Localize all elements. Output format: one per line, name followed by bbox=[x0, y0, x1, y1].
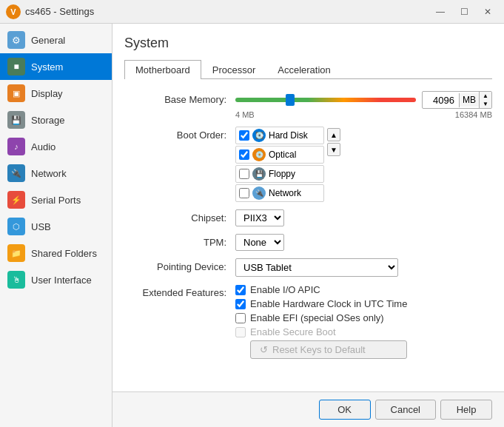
boot-label-harddisk: Hard Disk bbox=[269, 130, 320, 141]
cancel-button[interactable]: Cancel bbox=[375, 400, 436, 420]
tab-processor[interactable]: Processor bbox=[201, 60, 267, 79]
tpm-select-container: None 1.2 2.0 bbox=[235, 234, 284, 251]
sidebar-item-serial[interactable]: ⚡ Serial Ports bbox=[0, 186, 112, 213]
feature-secure-boot-checkbox[interactable] bbox=[235, 327, 246, 337]
sidebar-item-ui[interactable]: 🖱 User Interface bbox=[0, 266, 112, 293]
boot-arrow-up[interactable]: ▲ bbox=[327, 128, 340, 141]
close-button[interactable]: ✕ bbox=[477, 4, 498, 20]
boot-item-harddisk: 💽 Hard Disk bbox=[235, 127, 324, 144]
sidebar-item-display[interactable]: ▣ Display bbox=[0, 80, 112, 107]
boot-item-network: 🔌 Network bbox=[235, 184, 324, 202]
bottom-bar: OK Cancel Help bbox=[112, 391, 504, 427]
feature-efi-row: Enable EFI (special OSes only) bbox=[235, 312, 407, 323]
boot-label-optical: Optical bbox=[269, 149, 320, 160]
tpm-label: TPM: bbox=[124, 234, 235, 248]
memory-unit: MB bbox=[460, 93, 479, 107]
sidebar-label-audio: Audio bbox=[31, 141, 56, 152]
pointing-device-row: Pointing Device: USB Tablet PS/2 Mouse U… bbox=[124, 258, 492, 277]
reset-keys-button[interactable]: ↺ Reset Keys to Default bbox=[250, 340, 407, 359]
sidebar-item-system[interactable]: ■ System bbox=[0, 53, 112, 80]
tab-acceleration[interactable]: Acceleration bbox=[266, 60, 342, 79]
titlebar-controls: — ☐ ✕ bbox=[430, 4, 498, 20]
feature-io-apic-label: Enable I/O APIC bbox=[250, 284, 320, 295]
network-icon: 🔌 bbox=[7, 164, 25, 182]
tab-motherboard[interactable]: Motherboard bbox=[124, 60, 201, 79]
sidebar-item-usb[interactable]: ⬡ USB bbox=[0, 213, 112, 240]
sidebar-label-network: Network bbox=[31, 168, 67, 179]
extended-features-label: Extended Features: bbox=[124, 284, 235, 298]
boot-checkbox-network[interactable] bbox=[239, 188, 249, 198]
sidebar-item-general[interactable]: ⚙ General bbox=[0, 27, 112, 53]
feature-secure-boot-row: Enable Secure Boot bbox=[235, 326, 407, 337]
system-icon: ■ bbox=[7, 58, 25, 75]
tab-bar: Motherboard Processor Acceleration bbox=[124, 60, 492, 79]
slider-row: 4096 MB ▲ ▼ bbox=[235, 91, 492, 109]
sidebar-item-storage[interactable]: 💾 Storage bbox=[0, 107, 112, 133]
tpm-row: TPM: None 1.2 2.0 bbox=[124, 234, 492, 251]
memory-range: 4 MB 16384 MB bbox=[235, 110, 492, 119]
feature-io-apic-row: Enable I/O APIC bbox=[235, 284, 407, 295]
feature-efi-label: Enable EFI (special OSes only) bbox=[250, 312, 384, 323]
ok-button[interactable]: OK bbox=[319, 400, 371, 420]
general-icon: ⚙ bbox=[7, 31, 25, 49]
slider-background bbox=[235, 98, 416, 102]
boot-checkbox-optical[interactable] bbox=[239, 149, 249, 160]
memory-increment-button[interactable]: ▲ bbox=[480, 92, 491, 100]
boot-order-list: 💽 Hard Disk 💿 Optical 💾 bbox=[235, 127, 324, 202]
feature-hw-clock-checkbox[interactable] bbox=[235, 299, 246, 309]
base-memory-label: Base Memory: bbox=[124, 91, 235, 105]
chipset-select[interactable]: PIIX3 ICH9 bbox=[235, 209, 284, 226]
memory-decrement-button[interactable]: ▼ bbox=[480, 100, 491, 108]
sidebar-label-shared: Shared Folders bbox=[31, 248, 97, 259]
memory-max: 16384 MB bbox=[455, 110, 492, 119]
memory-slider-track[interactable] bbox=[235, 93, 416, 107]
sidebar-label-general: General bbox=[31, 35, 65, 46]
pointing-device-label: Pointing Device: bbox=[124, 258, 235, 272]
chipset-row: Chipset: PIIX3 ICH9 bbox=[124, 209, 492, 226]
sidebar-label-display: Display bbox=[31, 88, 63, 99]
boot-label-network: Network bbox=[269, 188, 320, 198]
app-icon: V bbox=[6, 4, 21, 19]
ui-icon: 🖱 bbox=[7, 271, 25, 289]
floppy-icon: 💾 bbox=[252, 167, 266, 181]
boot-item-floppy: 💾 Floppy bbox=[235, 165, 324, 183]
boot-network-icon: 🔌 bbox=[252, 186, 266, 200]
sidebar-label-usb: USB bbox=[31, 221, 51, 232]
help-button[interactable]: Help bbox=[440, 400, 492, 420]
base-memory-row: Base Memory: 4096 MB ▲ bbox=[124, 91, 492, 119]
serial-icon: ⚡ bbox=[7, 191, 25, 209]
sidebar-item-network[interactable]: 🔌 Network bbox=[0, 160, 112, 186]
maximize-button[interactable]: ☐ bbox=[454, 4, 474, 20]
content-panel: System Motherboard Processor Acceleratio… bbox=[112, 24, 504, 391]
feature-io-apic-checkbox[interactable] bbox=[235, 285, 246, 295]
titlebar-title: cs465 - Settings bbox=[25, 6, 94, 17]
titlebar-left: V cs465 - Settings bbox=[6, 4, 94, 19]
boot-checkbox-harddisk[interactable] bbox=[239, 130, 249, 141]
sidebar-label-storage: Storage bbox=[31, 115, 65, 126]
sidebar-label-ui: User Interface bbox=[31, 275, 92, 286]
pointing-device-select[interactable]: USB Tablet PS/2 Mouse USB Mouse USB Mult… bbox=[235, 258, 398, 277]
boot-checkbox-floppy[interactable] bbox=[239, 169, 249, 179]
tpm-select[interactable]: None 1.2 2.0 bbox=[235, 234, 284, 251]
display-icon: ▣ bbox=[7, 84, 25, 102]
boot-arrow-down[interactable]: ▼ bbox=[327, 143, 340, 156]
titlebar: V cs465 - Settings — ☐ ✕ bbox=[0, 0, 504, 24]
feature-efi-checkbox[interactable] bbox=[235, 313, 246, 323]
memory-slider-container: 4096 MB ▲ ▼ 4 MB 16384 MB bbox=[235, 91, 492, 119]
optical-icon: 💿 bbox=[252, 148, 266, 161]
sidebar-label-system: System bbox=[31, 61, 63, 73]
boot-label-floppy: Floppy bbox=[269, 169, 320, 179]
minimize-button[interactable]: — bbox=[430, 4, 451, 20]
sidebar-item-shared[interactable]: 📁 Shared Folders bbox=[0, 240, 112, 266]
audio-icon: ♪ bbox=[7, 138, 25, 155]
page-title: System bbox=[124, 36, 492, 51]
sidebar-item-audio[interactable]: ♪ Audio bbox=[0, 133, 112, 160]
extended-features-row: Extended Features: Enable I/O APIC Enabl… bbox=[124, 284, 492, 359]
harddisk-icon: 💽 bbox=[252, 129, 266, 142]
chipset-select-container: PIIX3 ICH9 bbox=[235, 209, 284, 226]
memory-input-box: 4096 MB ▲ ▼ bbox=[422, 91, 492, 109]
feature-hw-clock-label: Enable Hardware Clock in UTC Time bbox=[250, 298, 407, 309]
slider-thumb[interactable] bbox=[286, 94, 295, 106]
boot-arrows: ▲ ▼ bbox=[327, 127, 340, 156]
usb-icon: ⬡ bbox=[7, 218, 25, 235]
